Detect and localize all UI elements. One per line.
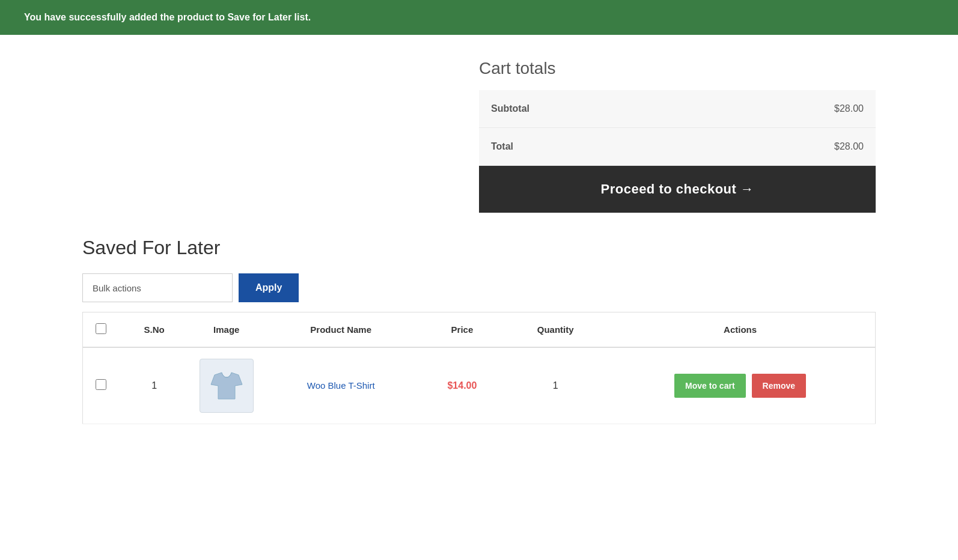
- saved-for-later-section: Saved For Later Bulk actions Apply S.No …: [82, 237, 876, 424]
- tshirt-icon: [209, 368, 245, 404]
- saved-for-later-title: Saved For Later: [82, 237, 876, 259]
- cart-totals-container: Cart totals Subtotal $28.00 Total $28.00…: [479, 59, 876, 213]
- row-product-name: Woo Blue T-Shirt: [263, 347, 419, 424]
- actions-cell: Move to cart Remove: [615, 374, 865, 398]
- table-row: 1 Woo Blue T-Shirt $14.00: [83, 347, 876, 424]
- subtotal-label: Subtotal: [479, 90, 693, 128]
- product-name-header: Product Name: [263, 312, 419, 348]
- subtotal-row: Subtotal $28.00: [479, 90, 876, 128]
- total-value: $28.00: [693, 128, 876, 166]
- row-actions: Move to cart Remove: [605, 347, 875, 424]
- row-quantity: 1: [505, 347, 605, 424]
- sno-header: S.No: [119, 312, 190, 348]
- total-row: Total $28.00: [479, 128, 876, 166]
- row-checkbox-cell: [83, 347, 119, 424]
- total-label: Total: [479, 128, 693, 166]
- bulk-actions-row: Bulk actions Apply: [82, 273, 876, 302]
- success-banner: You have successfully added the product …: [0, 0, 958, 35]
- cart-totals-title: Cart totals: [479, 59, 876, 78]
- select-all-checkbox[interactable]: [96, 323, 106, 334]
- cart-totals-table: Subtotal $28.00 Total $28.00: [479, 90, 876, 166]
- product-link[interactable]: Woo Blue T-Shirt: [307, 380, 375, 391]
- cart-totals-section: Cart totals Subtotal $28.00 Total $28.00…: [82, 59, 876, 213]
- success-message: You have successfully added the product …: [24, 12, 311, 22]
- proceed-to-checkout-button[interactable]: Proceed to checkout →: [479, 166, 876, 213]
- row-checkbox[interactable]: [96, 379, 106, 390]
- apply-button[interactable]: Apply: [239, 273, 299, 302]
- actions-header: Actions: [605, 312, 875, 348]
- row-price: $14.00: [419, 347, 506, 424]
- subtotal-value: $28.00: [693, 90, 876, 128]
- image-header: Image: [190, 312, 263, 348]
- row-sno: 1: [119, 347, 190, 424]
- move-to-cart-button[interactable]: Move to cart: [674, 374, 745, 398]
- remove-button[interactable]: Remove: [752, 374, 806, 398]
- quantity-header: Quantity: [505, 312, 605, 348]
- saved-for-later-table: S.No Image Product Name Price Quantity A…: [82, 312, 876, 424]
- row-image: [190, 347, 263, 424]
- price-header: Price: [419, 312, 506, 348]
- table-header-row: S.No Image Product Name Price Quantity A…: [83, 312, 876, 348]
- checkbox-header: [83, 312, 119, 348]
- product-image: [200, 359, 254, 413]
- bulk-actions-select[interactable]: Bulk actions: [82, 273, 233, 302]
